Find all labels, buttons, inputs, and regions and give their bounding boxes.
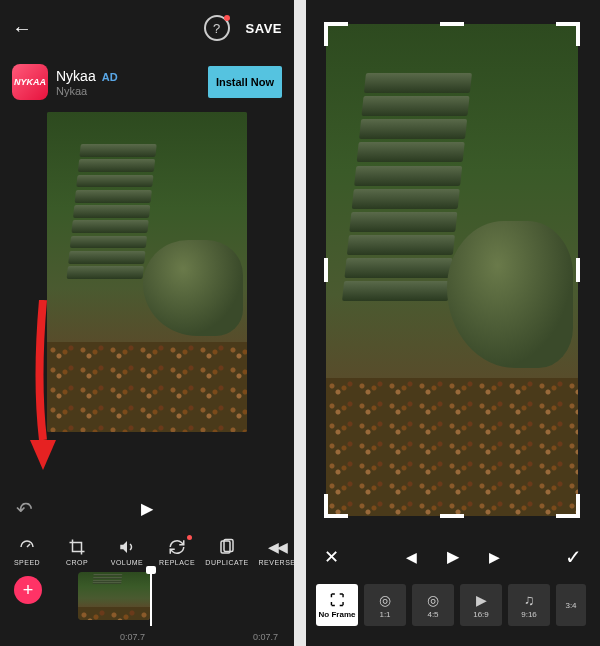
tool-volume[interactable]: VOLUME: [102, 537, 152, 566]
aspect-ratio-row: ⛶No Frame ◎1:1 ◎4:5 ▶16:9 ♫9:16 3:4: [306, 576, 600, 634]
cancel-icon[interactable]: ✕: [324, 546, 339, 568]
ad-banner[interactable]: NYKAA NykaaAD Nykaa Install Now: [0, 56, 294, 112]
confirm-icon[interactable]: ✓: [565, 545, 582, 569]
tiktok-icon: ♫: [524, 592, 535, 608]
dual-screenshot: ← ? SAVE NYKAA NykaaAD Nykaa Install Now…: [0, 0, 600, 646]
crop-frame[interactable]: [326, 24, 578, 516]
back-icon[interactable]: ←: [12, 17, 32, 40]
video-preview[interactable]: [47, 112, 247, 432]
tool-replace[interactable]: REPLACE: [152, 537, 202, 566]
ratio-3-4[interactable]: 3:4: [556, 584, 586, 626]
instagram-icon: ◎: [427, 592, 439, 608]
ad-app-icon: NYKAA: [12, 64, 48, 100]
ratio-16-9[interactable]: ▶16:9: [460, 584, 502, 626]
top-bar: ← ? SAVE: [0, 0, 294, 56]
save-button[interactable]: SAVE: [246, 21, 282, 36]
clip-thumbnail[interactable]: [78, 572, 150, 620]
expand-icon: ⛶: [330, 592, 344, 608]
tool-reverse[interactable]: ◀◀REVERSE: [252, 537, 302, 566]
crop-handle-right[interactable]: [576, 258, 580, 282]
crop-handle-tl-v[interactable]: [324, 22, 328, 46]
undo-icon[interactable]: ↶: [16, 497, 33, 521]
youtube-icon: ▶: [476, 592, 487, 608]
prev-frame-icon[interactable]: ◀: [406, 549, 417, 565]
crop-handle-bl-v[interactable]: [324, 494, 328, 518]
editor-screen: ← ? SAVE NYKAA NykaaAD Nykaa Install Now…: [0, 0, 306, 646]
play-icon[interactable]: ▶: [141, 499, 153, 518]
crop-screen: ✕ ◀ ▶ ▶ ✓ ⛶No Frame ◎1:1 ◎4:5 ▶16:9 ♫9:1…: [306, 0, 600, 646]
crop-handle-br-v[interactable]: [576, 494, 580, 518]
play-icon[interactable]: ▶: [447, 547, 459, 566]
tool-duplicate[interactable]: DUPLICATE: [202, 537, 252, 566]
timeline[interactable]: + 0:07.7 0:07.7: [0, 568, 294, 646]
next-frame-icon[interactable]: ▶: [489, 549, 500, 565]
crop-handle-bottom[interactable]: [440, 514, 464, 518]
instagram-icon: ◎: [379, 592, 391, 608]
time-start: 0:07.7: [120, 632, 145, 642]
playhead[interactable]: [150, 568, 152, 626]
ratio-1-1[interactable]: ◎1:1: [364, 584, 406, 626]
add-button[interactable]: +: [14, 576, 42, 604]
ratio-4-5[interactable]: ◎4:5: [412, 584, 454, 626]
help-icon[interactable]: ?: [204, 15, 230, 41]
crop-handle-left[interactable]: [324, 258, 328, 282]
ratio-no-frame[interactable]: ⛶No Frame: [316, 584, 358, 626]
playback-row: ↶ ▶: [0, 499, 294, 518]
ad-text: NykaaAD Nykaa: [56, 66, 200, 98]
crop-controls: ✕ ◀ ▶ ▶ ✓: [306, 547, 600, 566]
ratio-9-16[interactable]: ♫9:16: [508, 584, 550, 626]
install-button[interactable]: Install Now: [208, 66, 282, 98]
crop-handle-tr-v[interactable]: [576, 22, 580, 46]
tool-crop[interactable]: CROP: [52, 537, 102, 566]
tool-row: SPEED CROP VOLUME REPLACE DUPLICATE ◀◀RE…: [0, 537, 294, 566]
crop-handle-top[interactable]: [440, 22, 464, 26]
time-end: 0:07.7: [253, 632, 278, 642]
tool-speed[interactable]: SPEED: [2, 537, 52, 566]
